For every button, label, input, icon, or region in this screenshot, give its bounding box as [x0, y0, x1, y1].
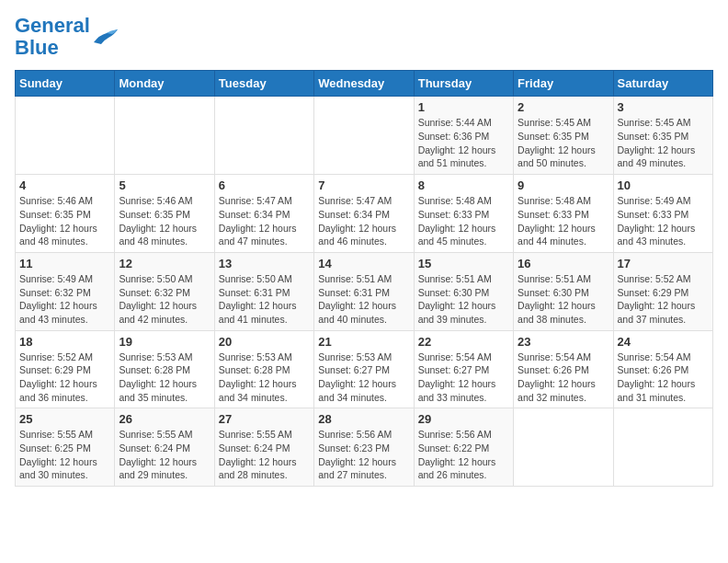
calendar-cell [16, 97, 115, 175]
day-info: Sunrise: 5:54 AMSunset: 6:27 PMDaylight:… [418, 350, 509, 405]
calendar-cell: 28Sunrise: 5:56 AMSunset: 6:23 PMDayligh… [314, 408, 414, 487]
day-info: Sunrise: 5:56 AMSunset: 6:22 PMDaylight:… [418, 428, 509, 482]
day-info: Sunrise: 5:49 AMSunset: 6:33 PMDaylight:… [618, 194, 709, 248]
day-info: Sunrise: 5:48 AMSunset: 6:33 PMDaylight:… [518, 194, 609, 248]
calendar-cell [514, 408, 613, 487]
day-info: Sunrise: 5:51 AMSunset: 6:30 PMDaylight:… [418, 272, 509, 327]
column-header-thursday: Thursday [414, 71, 513, 97]
day-number: 26 [119, 412, 210, 426]
calendar-cell: 5Sunrise: 5:46 AMSunset: 6:35 PMDaylight… [115, 175, 214, 253]
day-info: Sunrise: 5:46 AMSunset: 6:35 PMDaylight:… [119, 194, 210, 248]
calendar-week-row: 11Sunrise: 5:49 AMSunset: 6:32 PMDayligh… [16, 252, 713, 330]
day-number: 7 [318, 178, 409, 192]
calendar-week-row: 25Sunrise: 5:55 AMSunset: 6:25 PMDayligh… [16, 408, 713, 487]
day-info: Sunrise: 5:56 AMSunset: 6:23 PMDaylight:… [318, 428, 409, 482]
calendar-cell [314, 97, 414, 175]
day-info: Sunrise: 5:55 AMSunset: 6:25 PMDaylight:… [19, 428, 110, 482]
day-info: Sunrise: 5:49 AMSunset: 6:32 PMDaylight:… [19, 272, 110, 327]
logo-text: General Blue [15, 15, 90, 59]
day-number: 2 [518, 100, 609, 114]
calendar-cell [613, 408, 712, 487]
calendar-cell: 9Sunrise: 5:48 AMSunset: 6:33 PMDaylight… [514, 175, 613, 253]
calendar-week-row: 1Sunrise: 5:44 AMSunset: 6:36 PMDaylight… [16, 97, 713, 175]
calendar-week-row: 18Sunrise: 5:52 AMSunset: 6:29 PMDayligh… [16, 330, 713, 408]
day-number: 8 [418, 178, 509, 192]
column-header-wednesday: Wednesday [314, 71, 414, 97]
day-info: Sunrise: 5:44 AMSunset: 6:36 PMDaylight:… [418, 116, 509, 170]
day-number: 10 [618, 178, 709, 192]
calendar-cell: 22Sunrise: 5:54 AMSunset: 6:27 PMDayligh… [414, 330, 513, 408]
day-number: 22 [418, 335, 509, 349]
calendar-cell [115, 97, 214, 175]
calendar-cell: 8Sunrise: 5:48 AMSunset: 6:33 PMDaylight… [414, 175, 513, 253]
day-info: Sunrise: 5:55 AMSunset: 6:24 PMDaylight:… [219, 428, 310, 482]
day-info: Sunrise: 5:52 AMSunset: 6:29 PMDaylight:… [19, 350, 110, 405]
calendar-cell: 1Sunrise: 5:44 AMSunset: 6:36 PMDaylight… [414, 97, 513, 175]
day-number: 9 [518, 178, 609, 192]
day-number: 5 [119, 178, 210, 192]
day-number: 4 [19, 178, 110, 192]
day-number: 1 [418, 100, 509, 114]
column-header-friday: Friday [514, 71, 613, 97]
day-info: Sunrise: 5:45 AMSunset: 6:35 PMDaylight:… [518, 116, 609, 170]
calendar-cell: 7Sunrise: 5:47 AMSunset: 6:34 PMDaylight… [314, 175, 414, 253]
calendar-cell: 25Sunrise: 5:55 AMSunset: 6:25 PMDayligh… [16, 408, 115, 487]
column-header-saturday: Saturday [613, 71, 712, 97]
day-info: Sunrise: 5:47 AMSunset: 6:34 PMDaylight:… [318, 194, 409, 248]
day-number: 27 [219, 412, 310, 426]
day-number: 6 [219, 178, 310, 192]
calendar-cell: 10Sunrise: 5:49 AMSunset: 6:33 PMDayligh… [613, 175, 712, 253]
column-header-sunday: Sunday [16, 71, 115, 97]
calendar-cell: 27Sunrise: 5:55 AMSunset: 6:24 PMDayligh… [214, 408, 313, 487]
column-header-tuesday: Tuesday [214, 71, 313, 97]
day-number: 20 [219, 335, 310, 349]
day-number: 19 [119, 335, 210, 349]
day-number: 18 [19, 335, 110, 349]
calendar-cell: 16Sunrise: 5:51 AMSunset: 6:30 PMDayligh… [514, 252, 613, 330]
logo: General Blue [15, 15, 119, 59]
calendar-cell: 29Sunrise: 5:56 AMSunset: 6:22 PMDayligh… [414, 408, 513, 487]
day-number: 25 [19, 412, 110, 426]
day-number: 28 [318, 412, 409, 426]
day-number: 3 [618, 100, 709, 114]
calendar-header-row: SundayMondayTuesdayWednesdayThursdayFrid… [16, 71, 713, 97]
calendar-cell: 13Sunrise: 5:50 AMSunset: 6:31 PMDayligh… [214, 252, 313, 330]
day-number: 16 [518, 257, 609, 270]
day-info: Sunrise: 5:51 AMSunset: 6:30 PMDaylight:… [518, 272, 609, 327]
calendar-cell [214, 97, 313, 175]
calendar-cell: 19Sunrise: 5:53 AMSunset: 6:28 PMDayligh… [115, 330, 214, 408]
day-number: 21 [318, 335, 409, 349]
day-number: 14 [318, 257, 409, 270]
day-number: 17 [618, 257, 709, 270]
calendar-cell: 15Sunrise: 5:51 AMSunset: 6:30 PMDayligh… [414, 252, 513, 330]
calendar-cell: 12Sunrise: 5:50 AMSunset: 6:32 PMDayligh… [115, 252, 214, 330]
day-info: Sunrise: 5:54 AMSunset: 6:26 PMDaylight:… [518, 350, 609, 405]
day-number: 29 [418, 412, 509, 426]
day-number: 11 [19, 257, 110, 270]
calendar-cell: 4Sunrise: 5:46 AMSunset: 6:35 PMDaylight… [16, 175, 115, 253]
calendar-cell: 2Sunrise: 5:45 AMSunset: 6:35 PMDaylight… [514, 97, 613, 175]
calendar-cell: 11Sunrise: 5:49 AMSunset: 6:32 PMDayligh… [16, 252, 115, 330]
calendar-cell: 17Sunrise: 5:52 AMSunset: 6:29 PMDayligh… [613, 252, 712, 330]
calendar-cell: 3Sunrise: 5:45 AMSunset: 6:35 PMDaylight… [613, 97, 712, 175]
calendar-cell: 23Sunrise: 5:54 AMSunset: 6:26 PMDayligh… [514, 330, 613, 408]
calendar-cell: 14Sunrise: 5:51 AMSunset: 6:31 PMDayligh… [314, 252, 414, 330]
day-number: 12 [119, 257, 210, 270]
calendar-cell: 6Sunrise: 5:47 AMSunset: 6:34 PMDaylight… [214, 175, 313, 253]
logo-bird-icon [92, 26, 119, 48]
day-info: Sunrise: 5:50 AMSunset: 6:32 PMDaylight:… [119, 272, 210, 327]
day-info: Sunrise: 5:47 AMSunset: 6:34 PMDaylight:… [219, 194, 310, 248]
day-info: Sunrise: 5:46 AMSunset: 6:35 PMDaylight:… [19, 194, 110, 248]
day-info: Sunrise: 5:53 AMSunset: 6:28 PMDaylight:… [219, 350, 310, 405]
day-number: 13 [219, 257, 310, 270]
day-number: 15 [418, 257, 509, 270]
day-info: Sunrise: 5:50 AMSunset: 6:31 PMDaylight:… [219, 272, 310, 327]
day-info: Sunrise: 5:51 AMSunset: 6:31 PMDaylight:… [318, 272, 409, 327]
day-info: Sunrise: 5:54 AMSunset: 6:26 PMDaylight:… [618, 350, 709, 405]
page-header: General Blue [15, 15, 713, 59]
day-info: Sunrise: 5:53 AMSunset: 6:27 PMDaylight:… [318, 350, 409, 405]
day-info: Sunrise: 5:48 AMSunset: 6:33 PMDaylight:… [418, 194, 509, 248]
day-info: Sunrise: 5:55 AMSunset: 6:24 PMDaylight:… [119, 428, 210, 482]
calendar-cell: 24Sunrise: 5:54 AMSunset: 6:26 PMDayligh… [613, 330, 712, 408]
calendar-cell: 21Sunrise: 5:53 AMSunset: 6:27 PMDayligh… [314, 330, 414, 408]
